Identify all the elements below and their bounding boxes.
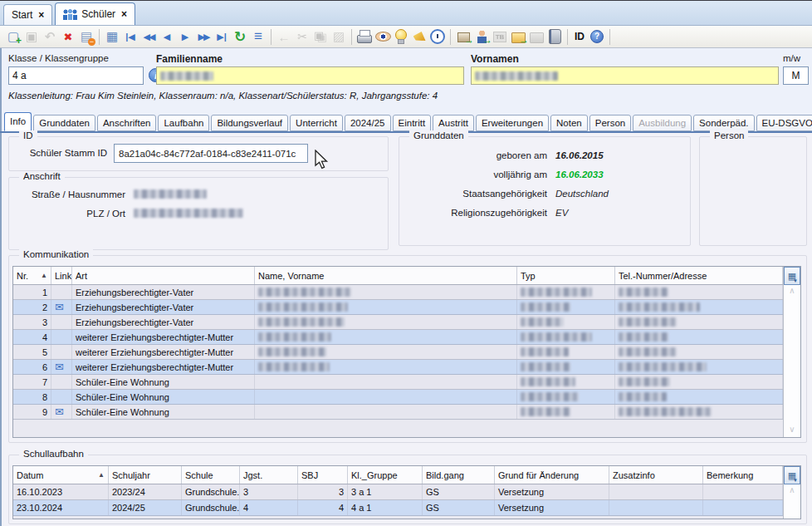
table-cell: 4	[298, 500, 348, 515]
stamm-id-input[interactable]	[114, 144, 308, 163]
column-header[interactable]: Typ	[517, 267, 615, 284]
vornamen-field[interactable]	[471, 66, 779, 85]
alarm-clock-icon[interactable]	[428, 27, 447, 46]
column-header[interactable]: Art	[72, 267, 255, 284]
tab-noten[interactable]: Noten	[550, 115, 588, 131]
tab-anschriften[interactable]: Anschriften	[97, 115, 157, 131]
delete-record-icon[interactable]	[59, 27, 77, 46]
previous-record-icon[interactable]	[158, 27, 176, 46]
column-header[interactable]: Jgst.	[240, 466, 298, 484]
export-student-icon[interactable]	[472, 27, 491, 46]
tab-bildungsverlauf[interactable]: Bildungsverlauf	[211, 115, 288, 131]
table-cell: 2023/24	[109, 484, 182, 499]
column-header[interactable]: SBJ	[298, 466, 348, 484]
table-row[interactable]: 2✉Erziehungsberechtigter-Vater	[13, 300, 783, 315]
field-chooser-icon[interactable]	[784, 466, 800, 484]
redacted-value	[521, 377, 575, 386]
tab-close-icon[interactable]: ×	[38, 9, 44, 21]
scroll-up-icon[interactable]: ∧	[784, 285, 800, 298]
grunddaten-label: Religionszugehörigkeit	[399, 208, 555, 218]
tab-unterricht[interactable]: Unterricht	[290, 115, 343, 131]
tab-sonderp-d-[interactable]: Sonderpäd.	[693, 115, 754, 131]
scroll-down-icon[interactable]: ∨	[784, 424, 800, 437]
table-row[interactable]: 23.10.20242024/25Grundschule...444 a 1GS…	[13, 500, 783, 516]
klasse-input[interactable]	[8, 66, 144, 85]
table-empty-area	[13, 516, 783, 519]
datasheet-icon[interactable]	[103, 27, 121, 46]
table-row[interactable]: 3Erziehungsberechtigter-Vater	[13, 315, 783, 330]
column-header[interactable]: Zusatzinfo	[609, 466, 703, 484]
tb-export-icon	[491, 27, 509, 46]
column-header-label: Schuljahr	[112, 470, 150, 480]
klasse-label: Klasse / Klassengruppe	[8, 53, 109, 63]
column-header[interactable]: Bild.gang	[423, 466, 495, 484]
tab-austritt[interactable]: Austritt	[433, 115, 474, 131]
table-cell	[615, 315, 783, 329]
tab-erweiterungen[interactable]: Erweiterungen	[476, 115, 549, 131]
tab-eintritt[interactable]: Eintritt	[393, 115, 432, 131]
window-tab-bar: Start×Schüler×	[0, 1, 812, 26]
column-header[interactable]: Bemerkung	[703, 466, 783, 484]
column-header-label: Nr.	[17, 271, 28, 281]
column-header[interactable]: Kl._Gruppe	[348, 466, 423, 484]
detail-tab-strip: InfoGrunddatenAnschriftenLaufbahnBildung…	[0, 111, 812, 131]
eye-icon[interactable]	[374, 27, 392, 46]
export-folder-icon[interactable]	[509, 27, 527, 46]
next-record-icon[interactable]	[176, 27, 194, 46]
tab-eu-dsgvo[interactable]: EU-DSGVO	[756, 115, 812, 131]
tab-info[interactable]: Info	[4, 112, 32, 131]
table-cell: Erziehungsberechtigter-Vater	[72, 300, 255, 314]
table-row[interactable]: 16.10.20232023/24Grundschule...333 a 1GS…	[13, 484, 783, 500]
list-view-icon[interactable]	[249, 27, 267, 46]
table-cell: ✉	[51, 360, 72, 374]
table-cell: Erziehungsberechtigter-Vater	[72, 285, 255, 299]
window-tab-schüler[interactable]: Schüler×	[55, 2, 135, 25]
column-header[interactable]: Name, Vorname	[255, 267, 517, 284]
table-cell: 4 a 1	[348, 500, 423, 515]
table-row[interactable]: 9✉Schüler-Eine Wohnung	[13, 405, 783, 420]
window-tab-start[interactable]: Start×	[3, 4, 52, 25]
tab-grunddaten[interactable]: Grunddaten	[33, 115, 95, 131]
scroll-up-icon[interactable]: ∧	[784, 484, 800, 498]
column-header[interactable]: Tel.-Nummer/Adresse	[615, 267, 783, 284]
column-header[interactable]: Grund für Änderung	[495, 466, 609, 484]
table-row[interactable]: 1Erziehungsberechtigter-Vater	[13, 285, 783, 300]
tab-person[interactable]: Person	[589, 115, 631, 131]
column-header[interactable]: Schule	[182, 466, 240, 484]
column-header-label: Name, Vorname	[258, 271, 324, 281]
table-row[interactable]: 8Schüler-Eine Wohnung	[13, 390, 783, 405]
table-row[interactable]: 4weiterer Erziehungsberechtigter-Mutter	[13, 330, 783, 345]
tab-2024-25[interactable]: 2024/25	[345, 115, 391, 131]
table-row[interactable]: 7Schüler-Eine Wohnung	[13, 375, 783, 390]
remove-record-icon[interactable]	[77, 27, 95, 46]
refresh-icon[interactable]	[231, 27, 249, 46]
field-chooser-icon[interactable]	[784, 267, 800, 285]
id-button[interactable]: ID	[571, 27, 588, 46]
report-book-icon[interactable]	[545, 27, 564, 46]
familienname-field[interactable]	[156, 66, 464, 85]
table-cell	[51, 375, 72, 389]
previous-fast-icon[interactable]	[139, 27, 158, 46]
column-header[interactable]: Link	[51, 267, 72, 284]
table-cell	[615, 405, 783, 419]
table-row[interactable]: 5weiterer Erziehungsberechtigter-Mutter	[13, 345, 783, 360]
tab-close-icon[interactable]: ×	[121, 8, 127, 20]
scrollbar-track[interactable]: ∧	[784, 484, 800, 519]
column-header[interactable]: Nr.▲	[13, 267, 51, 284]
new-record-icon[interactable]	[4, 27, 22, 46]
lightbulb-icon[interactable]	[392, 27, 410, 46]
column-header[interactable]: Schuljahr	[109, 466, 182, 484]
export-box-icon[interactable]	[454, 27, 472, 46]
column-header[interactable]: Datum▲	[13, 466, 109, 484]
tab-laufbahn[interactable]: Laufbahn	[158, 115, 209, 131]
first-record-icon[interactable]	[121, 27, 139, 46]
mw-input[interactable]	[783, 66, 809, 85]
table-cell	[517, 390, 615, 404]
print-icon[interactable]	[355, 27, 374, 46]
bell-icon[interactable]	[410, 27, 428, 46]
table-row[interactable]: 6✉weiterer Erziehungsberechtigter-Mutter	[13, 360, 783, 375]
scrollbar-track[interactable]: ∧∨	[784, 285, 800, 437]
help-icon[interactable]	[588, 27, 606, 46]
last-record-icon[interactable]	[213, 27, 231, 46]
next-fast-icon[interactable]	[194, 27, 213, 46]
